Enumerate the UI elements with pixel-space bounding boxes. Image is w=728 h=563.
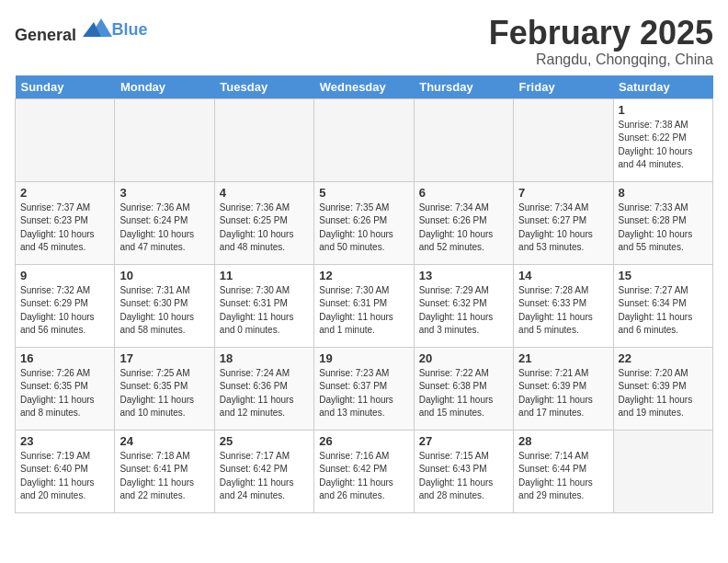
day-info: Sunrise: 7:30 AMSunset: 6:31 PMDaylight:… (319, 284, 408, 338)
calendar-cell: 12Sunrise: 7:30 AMSunset: 6:31 PMDayligh… (314, 264, 414, 347)
calendar-cell (214, 98, 313, 181)
day-header-monday: Monday (115, 75, 214, 99)
calendar-cell: 8Sunrise: 7:33 AMSunset: 6:28 PMDaylight… (613, 181, 712, 264)
day-info: Sunrise: 7:30 AMSunset: 6:31 PMDaylight:… (220, 284, 309, 338)
calendar-cell (613, 430, 712, 512)
day-number: 17 (119, 351, 209, 365)
day-number: 21 (518, 351, 608, 365)
calendar-cell: 16Sunrise: 7:26 AMSunset: 6:35 PMDayligh… (16, 347, 115, 430)
calendar-cell: 1Sunrise: 7:38 AMSunset: 6:22 PMDaylight… (613, 98, 712, 181)
calendar-cell: 13Sunrise: 7:29 AMSunset: 6:32 PMDayligh… (414, 264, 513, 347)
calendar-cell (115, 98, 214, 181)
day-number: 26 (319, 434, 408, 448)
calendar-cell: 3Sunrise: 7:36 AMSunset: 6:24 PMDaylight… (115, 181, 214, 264)
day-number: 19 (319, 351, 408, 365)
day-number: 1 (619, 103, 708, 117)
logo-general: General (15, 26, 76, 44)
day-header-saturday: Saturday (613, 75, 712, 99)
calendar-cell: 20Sunrise: 7:22 AMSunset: 6:38 PMDayligh… (414, 347, 513, 430)
week-row-4: 16Sunrise: 7:26 AMSunset: 6:35 PMDayligh… (16, 347, 713, 430)
day-info: Sunrise: 7:33 AMSunset: 6:28 PMDaylight:… (619, 201, 708, 255)
calendar-cell: 15Sunrise: 7:27 AMSunset: 6:34 PMDayligh… (613, 264, 712, 347)
day-number: 8 (619, 186, 708, 200)
day-info: Sunrise: 7:34 AMSunset: 6:26 PMDaylight:… (419, 201, 508, 255)
day-number: 20 (419, 351, 508, 365)
day-info: Sunrise: 7:32 AMSunset: 6:29 PMDaylight:… (20, 284, 109, 338)
day-info: Sunrise: 7:31 AMSunset: 6:30 PMDaylight:… (119, 284, 209, 338)
calendar-cell: 24Sunrise: 7:18 AMSunset: 6:41 PMDayligh… (115, 430, 214, 512)
calendar-cell: 17Sunrise: 7:25 AMSunset: 6:35 PMDayligh… (115, 347, 214, 430)
week-row-1: 1Sunrise: 7:38 AMSunset: 6:22 PMDaylight… (16, 98, 713, 181)
day-info: Sunrise: 7:24 AMSunset: 6:36 PMDaylight:… (220, 367, 309, 420)
day-number: 18 (220, 351, 309, 365)
day-number: 11 (220, 269, 309, 282)
day-info: Sunrise: 7:28 AMSunset: 6:33 PMDaylight:… (518, 284, 608, 338)
day-info: Sunrise: 7:36 AMSunset: 6:24 PMDaylight:… (119, 201, 209, 255)
day-number: 3 (119, 186, 209, 200)
day-number: 13 (419, 269, 508, 282)
day-number: 6 (419, 186, 508, 200)
calendar-cell: 11Sunrise: 7:30 AMSunset: 6:31 PMDayligh… (214, 264, 313, 347)
day-number: 2 (20, 186, 109, 200)
day-info: Sunrise: 7:29 AMSunset: 6:32 PMDaylight:… (419, 284, 508, 338)
day-info: Sunrise: 7:34 AMSunset: 6:27 PMDaylight:… (518, 201, 608, 255)
calendar-cell: 23Sunrise: 7:19 AMSunset: 6:40 PMDayligh… (16, 430, 115, 512)
day-info: Sunrise: 7:17 AMSunset: 6:42 PMDaylight:… (220, 450, 309, 503)
logo-icon (83, 15, 112, 40)
day-info: Sunrise: 7:25 AMSunset: 6:35 PMDaylight:… (119, 367, 209, 420)
calendar-cell: 28Sunrise: 7:14 AMSunset: 6:44 PMDayligh… (514, 430, 613, 512)
week-row-5: 23Sunrise: 7:19 AMSunset: 6:40 PMDayligh… (16, 430, 713, 512)
location: Rangdu, Chongqing, China (489, 52, 713, 68)
day-number: 24 (119, 434, 209, 448)
logo: General Blue (15, 15, 148, 45)
calendar-cell: 18Sunrise: 7:24 AMSunset: 6:36 PMDayligh… (214, 347, 313, 430)
calendar-cell: 22Sunrise: 7:20 AMSunset: 6:39 PMDayligh… (613, 347, 712, 430)
month-title: February 2025 (489, 15, 713, 52)
calendar-cell: 14Sunrise: 7:28 AMSunset: 6:33 PMDayligh… (514, 264, 613, 347)
calendar-cell: 27Sunrise: 7:15 AMSunset: 6:43 PMDayligh… (414, 430, 513, 512)
day-number: 7 (518, 186, 608, 200)
day-info: Sunrise: 7:37 AMSunset: 6:23 PMDaylight:… (20, 201, 109, 255)
calendar-cell: 9Sunrise: 7:32 AMSunset: 6:29 PMDaylight… (16, 264, 115, 347)
day-number: 14 (518, 269, 608, 282)
day-info: Sunrise: 7:38 AMSunset: 6:22 PMDaylight:… (619, 119, 708, 172)
week-row-2: 2Sunrise: 7:37 AMSunset: 6:23 PMDaylight… (16, 181, 713, 264)
calendar-cell: 7Sunrise: 7:34 AMSunset: 6:27 PMDaylight… (514, 181, 613, 264)
day-header-tuesday: Tuesday (214, 75, 313, 99)
day-number: 4 (220, 186, 309, 200)
calendar-cell: 25Sunrise: 7:17 AMSunset: 6:42 PMDayligh… (214, 430, 313, 512)
day-info: Sunrise: 7:36 AMSunset: 6:25 PMDaylight:… (220, 201, 309, 255)
day-info: Sunrise: 7:14 AMSunset: 6:44 PMDaylight:… (518, 450, 608, 503)
day-info: Sunrise: 7:15 AMSunset: 6:43 PMDaylight:… (419, 450, 508, 503)
day-info: Sunrise: 7:23 AMSunset: 6:37 PMDaylight:… (319, 367, 408, 420)
day-info: Sunrise: 7:20 AMSunset: 6:39 PMDaylight:… (619, 367, 708, 420)
page-header: General Blue February 2025 Rangdu, Chong… (15, 15, 713, 68)
calendar-cell (414, 98, 513, 181)
day-header-thursday: Thursday (414, 75, 513, 99)
calendar-cell (514, 98, 613, 181)
day-info: Sunrise: 7:16 AMSunset: 6:42 PMDaylight:… (319, 450, 408, 503)
day-number: 5 (319, 186, 408, 200)
day-info: Sunrise: 7:22 AMSunset: 6:38 PMDaylight:… (419, 367, 508, 420)
week-row-3: 9Sunrise: 7:32 AMSunset: 6:29 PMDaylight… (16, 264, 713, 347)
logo-blue: Blue (112, 20, 148, 39)
day-header-wednesday: Wednesday (314, 75, 414, 99)
day-header-friday: Friday (514, 75, 613, 99)
day-number: 16 (20, 351, 109, 365)
day-number: 25 (220, 434, 309, 448)
calendar-table: SundayMondayTuesdayWednesdayThursdayFrid… (15, 75, 713, 513)
calendar-cell: 21Sunrise: 7:21 AMSunset: 6:39 PMDayligh… (514, 347, 613, 430)
day-number: 10 (119, 269, 209, 282)
calendar-cell: 4Sunrise: 7:36 AMSunset: 6:25 PMDaylight… (214, 181, 313, 264)
day-number: 27 (419, 434, 508, 448)
day-info: Sunrise: 7:35 AMSunset: 6:26 PMDaylight:… (319, 201, 408, 255)
day-number: 15 (619, 269, 708, 282)
day-number: 9 (20, 269, 109, 282)
calendar-cell (16, 98, 115, 181)
day-info: Sunrise: 7:18 AMSunset: 6:41 PMDaylight:… (119, 450, 209, 503)
calendar-cell (314, 98, 414, 181)
calendar-cell: 26Sunrise: 7:16 AMSunset: 6:42 PMDayligh… (314, 430, 414, 512)
title-block: February 2025 Rangdu, Chongqing, China (489, 15, 713, 68)
calendar-cell: 19Sunrise: 7:23 AMSunset: 6:37 PMDayligh… (314, 347, 414, 430)
calendar-cell: 2Sunrise: 7:37 AMSunset: 6:23 PMDaylight… (16, 181, 115, 264)
